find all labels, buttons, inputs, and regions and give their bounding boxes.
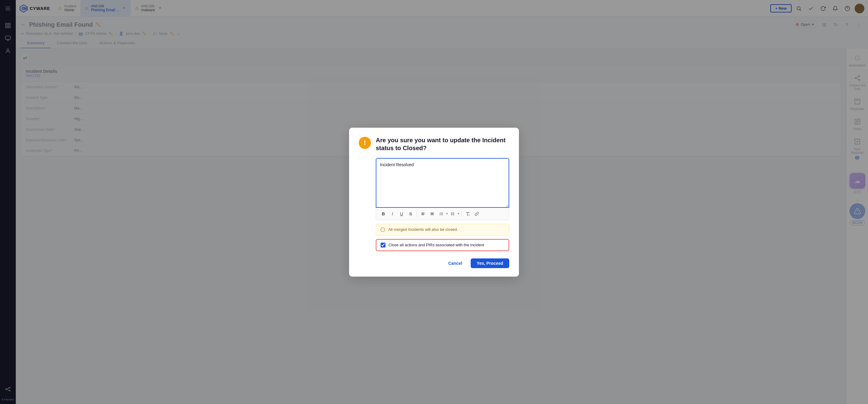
underline-button[interactable]: U: [397, 210, 406, 218]
modal-title: Are you sure you want to update the Inci…: [376, 136, 509, 152]
unordered-list-button[interactable]: [448, 210, 457, 218]
ordered-list-button[interactable]: [437, 210, 445, 218]
modal-footer: Cancel Yes, Proceed: [376, 258, 509, 268]
link-button[interactable]: [472, 210, 481, 218]
notes-textarea[interactable]: Incident Resolved: [376, 159, 508, 207]
checkbox-label: Close all actions and PIRs associated wi…: [389, 243, 484, 247]
notes-editor-container: Incident Resolved: [376, 158, 509, 208]
modal-overlay[interactable]: ! Are you sure you want to update the In…: [0, 0, 868, 404]
modal-warning-icon: !: [359, 137, 371, 149]
ol-dropdown-icon[interactable]: ▾: [446, 212, 448, 216]
svg-line-56: [469, 215, 469, 215]
strikethrough-button[interactable]: S: [406, 210, 415, 218]
cancel-button[interactable]: Cancel: [443, 258, 467, 268]
info-box: All merged Incidents will also be closed…: [376, 224, 509, 236]
checkbox-container: Close all actions and PIRs associated wi…: [376, 239, 509, 251]
align-center-button[interactable]: [428, 210, 436, 218]
italic-button[interactable]: I: [388, 210, 397, 218]
bold-button[interactable]: B: [379, 210, 388, 218]
toolbar-sep-2: [461, 211, 462, 217]
svg-point-53: [451, 212, 452, 213]
info-icon: [380, 227, 385, 232]
ul-dropdown-icon[interactable]: ▾: [458, 212, 460, 216]
align-left-button[interactable]: [419, 210, 427, 218]
toolbar-sep-1: [417, 211, 417, 217]
svg-point-54: [451, 214, 452, 214]
editor-toolbar: B I U S ▾ ▾: [376, 208, 509, 220]
svg-point-55: [451, 214, 452, 215]
close-actions-checkbox[interactable]: [381, 243, 385, 248]
info-message: All merged Incidents will also be closed…: [388, 227, 458, 232]
proceed-button[interactable]: Yes, Proceed: [471, 258, 509, 268]
modal-header: ! Are you sure you want to update the In…: [359, 136, 509, 152]
confirm-modal: ! Are you sure you want to update the In…: [349, 128, 519, 277]
modal-body: Incident Resolved B I U S ▾: [376, 158, 509, 251]
format-clear-button[interactable]: [463, 210, 472, 218]
